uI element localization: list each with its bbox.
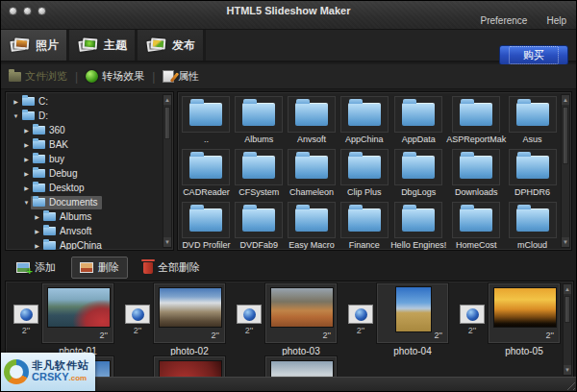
folder-item[interactable]: ASPReportMak — [446, 94, 506, 147]
folder-item[interactable]: Finance — [338, 200, 390, 251]
delete-photo-label: 删除 — [98, 260, 119, 275]
chevron-right-icon[interactable]: ▶ — [22, 127, 31, 134]
tree-item-highlight: AppChina — [41, 239, 106, 252]
folder-item[interactable]: Hello Engines! — [390, 200, 446, 251]
folder-item[interactable]: mCloud — [506, 200, 559, 251]
tree-item-debug[interactable]: ▶Debug — [8, 166, 162, 181]
chevron-right-icon[interactable]: ▶ — [22, 141, 31, 148]
transition-widget[interactable]: 2'' — [346, 305, 375, 335]
tree-item-label: 360 — [49, 125, 65, 135]
property-button[interactable]: 属性 — [163, 69, 199, 84]
delete-all-button[interactable]: 全部删除 — [135, 257, 209, 279]
folder-item[interactable]: Albums — [233, 94, 286, 147]
folder-item-label: Anvsoft — [297, 135, 326, 144]
transition-icon-box — [348, 305, 373, 324]
window-minimize-button[interactable] — [23, 7, 32, 15]
tree-scrollbar[interactable]: ▲ ▼ — [163, 94, 172, 248]
crsky-logo-icon — [4, 359, 29, 384]
tree-item-d[interactable]: ▼D: — [8, 109, 162, 123]
transition-widget[interactable]: 2'' — [12, 305, 40, 335]
photo-thumbnail[interactable]: 2'' — [154, 283, 225, 343]
folder-item[interactable]: Clip Plus — [338, 147, 390, 200]
folder-icon — [33, 140, 45, 149]
scroll-up-icon[interactable]: ▲ — [163, 95, 171, 105]
folder-item[interactable]: Easy Macro — [286, 200, 339, 251]
tree-item-appchina[interactable]: ▶AppChina — [8, 238, 162, 251]
tree-item-highlight: Debug — [31, 167, 81, 181]
folder-item[interactable]: Asus — [506, 94, 559, 147]
add-photo-button[interactable]: 添加 — [8, 257, 64, 279]
chevron-right-icon[interactable]: ▶ — [33, 213, 41, 220]
folder-item[interactable]: CADReader — [180, 147, 233, 200]
transition-widget[interactable]: 2'' — [123, 305, 152, 335]
resize-grip[interactable] — [564, 379, 575, 390]
delete-photo-button[interactable]: 删除 — [71, 257, 128, 279]
chevron-down-icon[interactable]: ▼ — [12, 113, 20, 119]
tree-item-360[interactable]: ▶360 — [8, 123, 162, 137]
tree-item-highlight: D: — [20, 110, 52, 123]
folder-item[interactable]: DPHDR6 — [506, 147, 559, 200]
scroll-up-icon[interactable]: ▲ — [562, 95, 569, 105]
photo-thumbnail-partial[interactable] — [154, 356, 225, 379]
tree-item-anvsoft[interactable]: ▶Anvsoft — [8, 224, 162, 238]
transition-widget[interactable]: 2'' — [458, 305, 487, 335]
tab-publish[interactable]: 发布 — [138, 30, 206, 61]
chevron-right-icon[interactable]: ▶ — [22, 170, 31, 177]
folder-item-label: CFSystem — [238, 187, 279, 197]
folder-icon — [33, 184, 45, 192]
tree-item-albums[interactable]: ▶Albums — [8, 209, 162, 224]
photo-thumbnail[interactable]: 2'' — [489, 283, 560, 343]
file-browse-button[interactable]: 文件浏览 — [9, 69, 67, 84]
scrollbar-thumb[interactable] — [164, 107, 170, 139]
transition-effect-button[interactable]: 转场效果 — [86, 69, 144, 84]
folder-icon — [33, 126, 45, 135]
chevron-right-icon[interactable]: ▶ — [22, 184, 31, 191]
folder-item[interactable]: CFSystem — [233, 147, 286, 200]
chevron-right-icon[interactable]: ▶ — [12, 98, 20, 105]
folder-item[interactable]: DbgLogs — [390, 147, 446, 200]
scroll-down-icon[interactable]: ▼ — [562, 237, 569, 247]
folder-item[interactable]: Chameleon — [286, 147, 339, 200]
buy-button[interactable]: 购买 — [499, 45, 568, 65]
photo-thumbnail[interactable]: 2'' — [377, 283, 448, 343]
menu-preference[interactable]: Preference — [481, 15, 528, 26]
tree-item-bak[interactable]: ▶BAK — [8, 137, 162, 152]
scrollbar-thumb[interactable] — [563, 107, 568, 164]
folder-item[interactable]: .. — [180, 94, 233, 147]
tree-item-label: Documents — [49, 197, 98, 208]
folder-item[interactable]: Anvsoft — [286, 94, 339, 147]
folder-icon-box — [288, 149, 336, 185]
photo-thumbnail[interactable]: 2'' — [265, 283, 337, 343]
photo-thumbnail[interactable]: 2'' — [42, 283, 113, 343]
chevron-down-icon[interactable]: ▼ — [22, 200, 31, 206]
scroll-down-icon[interactable]: ▼ — [163, 237, 171, 247]
grid-scrollbar[interactable]: ▲ ▼ — [561, 94, 570, 248]
folder-item[interactable]: DVDFab9 — [233, 200, 286, 251]
photo-thumbnail-partial[interactable] — [265, 356, 337, 379]
window-zoom-button[interactable] — [38, 7, 46, 15]
transition-widget[interactable]: 2'' — [235, 305, 263, 335]
tab-theme[interactable]: 主题 — [69, 30, 138, 61]
tree-item-buy[interactable]: ▶buy — [8, 152, 162, 166]
folder-item[interactable]: Downloads — [446, 147, 506, 200]
photo-name: photo-03 — [265, 346, 337, 356]
scroll-down-icon[interactable]: ▼ — [564, 365, 571, 375]
tab-photos[interactable]: 照片 — [1, 30, 69, 61]
main-area: ▶C:▼D:▶360▶BAK▶buy▶Debug▶Desktop▼Documen… — [1, 91, 576, 253]
folder-item[interactable]: AppChina — [338, 94, 390, 147]
folder-item[interactable]: HomeCost — [446, 200, 506, 251]
window-close-button[interactable] — [9, 7, 17, 15]
transition-icon — [243, 308, 256, 321]
chevron-right-icon[interactable]: ▶ — [22, 156, 31, 162]
tree-item-c[interactable]: ▶C: — [8, 94, 162, 109]
photo-image — [493, 287, 557, 328]
folder-item[interactable]: DVD Profiler — [180, 200, 233, 251]
tree-item-desktop[interactable]: ▶Desktop — [8, 181, 162, 195]
folder-item[interactable]: AppData — [390, 94, 446, 147]
menu-help[interactable]: Help — [546, 15, 566, 26]
tree-item-documents[interactable]: ▼Documents — [8, 195, 162, 209]
chevron-right-icon[interactable]: ▶ — [33, 228, 41, 234]
transition-effect-label: 转场效果 — [102, 69, 144, 84]
chevron-right-icon[interactable]: ▶ — [33, 242, 41, 249]
toolbar: 文件浏览 | 转场效果 | 属性 — [1, 64, 576, 89]
